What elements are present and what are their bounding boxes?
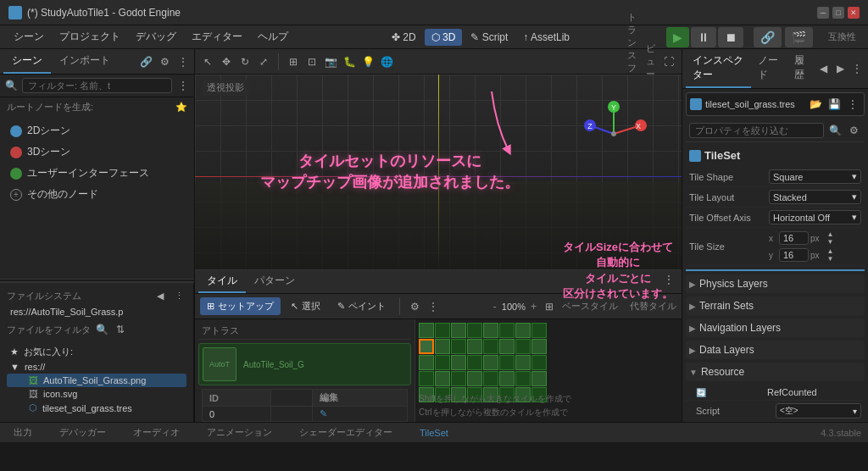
fs-icon-svg[interactable]: 🖼 icon.svg: [7, 387, 186, 401]
tile-cell[interactable]: [435, 355, 450, 370]
menu-project[interactable]: プロジェクト: [53, 27, 127, 47]
statusbar-audio[interactable]: オーディオ: [126, 424, 186, 441]
tile-cell[interactable]: [451, 323, 466, 338]
tab-tile[interactable]: タイル: [198, 270, 246, 293]
tile-cell[interactable]: [483, 339, 498, 354]
statusbar-output[interactable]: 出力: [7, 424, 39, 441]
vp-camera-icon[interactable]: 📷: [323, 54, 338, 69]
tile-cell[interactable]: [419, 323, 434, 338]
vp-fullscreen-icon[interactable]: ⛶: [661, 54, 676, 69]
mode-3d-button[interactable]: ⬡ 3D: [425, 29, 463, 46]
file-menu-icon[interactable]: ⋮: [845, 97, 860, 112]
vp-debug-icon[interactable]: 🐛: [342, 54, 357, 69]
tile-cell[interactable]: [435, 371, 450, 386]
zoom-plus-btn[interactable]: +: [531, 301, 537, 313]
tile-cell[interactable]: [467, 371, 482, 386]
fs-menu-icon[interactable]: ⋮: [171, 288, 186, 303]
tile-cell[interactable]: [499, 355, 515, 370]
fs-tileset-tres[interactable]: ⬡ tileset_soil_grass.tres: [7, 401, 186, 415]
viewport-3d[interactable]: 透視投影 タイルセットのリソースに マップチップ画像が追加されました。: [195, 75, 682, 269]
tile-cell[interactable]: [435, 339, 450, 354]
tile-cell[interactable]: [499, 371, 515, 386]
mode-2d-button[interactable]: ✤ 2D: [385, 29, 423, 46]
fs-res-root[interactable]: ▼ res://: [7, 360, 186, 374]
tile-cell[interactable]: [515, 371, 531, 386]
fs-autotile-png[interactable]: 🖼 AutoTile_Soil_Grass.png: [7, 374, 186, 387]
scene-filter-input[interactable]: [22, 78, 172, 93]
tile-cell[interactable]: [515, 355, 531, 370]
movie-mode-button[interactable]: 🎬: [785, 27, 813, 47]
scene-filter-menu-icon[interactable]: ⋮: [175, 78, 191, 93]
inspector-menu-icon[interactable]: ⋮: [849, 61, 865, 76]
fs-favorites[interactable]: ★ お気に入り:: [7, 344, 186, 360]
setup-button[interactable]: ⊞ セットアップ: [200, 297, 281, 315]
size-x-down-icon[interactable]: ▼: [823, 238, 838, 246]
maximize-button[interactable]: □: [832, 7, 844, 19]
vp-snap-icon[interactable]: ⊡: [304, 54, 320, 69]
data-layers-header[interactable]: ▶ Data Layers: [686, 341, 865, 359]
prop-filter-icon[interactable]: ⚙: [846, 123, 861, 138]
tab-scene[interactable]: シーン: [3, 49, 51, 74]
tile-cell[interactable]: [499, 339, 515, 354]
tile-cell[interactable]: [467, 339, 482, 354]
scene-search-icon[interactable]: 🔍: [3, 78, 19, 93]
tile-cell[interactable]: [419, 355, 434, 370]
minimize-button[interactable]: ─: [817, 7, 829, 19]
tile-cell[interactable]: [483, 371, 498, 386]
statusbar-tileset[interactable]: TileSet: [413, 426, 455, 440]
prop-search-icon[interactable]: 🔍: [827, 123, 843, 138]
zoom-minus-btn[interactable]: -: [493, 301, 497, 313]
statusbar-debugger[interactable]: デバッガー: [53, 424, 113, 441]
tile-size-x-input[interactable]: [779, 231, 809, 245]
file-load-icon[interactable]: 📂: [808, 97, 823, 112]
edit-btn[interactable]: ✎: [312, 407, 407, 422]
vp-light-icon[interactable]: 💡: [360, 54, 376, 69]
scene-menu-icon[interactable]: ⋮: [175, 54, 191, 69]
scene-node-2d[interactable]: 2Dシーン: [3, 120, 191, 141]
vp-move-icon[interactable]: ✥: [219, 54, 234, 69]
tile-cell[interactable]: [515, 323, 531, 338]
tile-cell[interactable]: [531, 371, 547, 386]
tile-cell[interactable]: [467, 323, 482, 338]
vp-select-icon[interactable]: ↖: [200, 54, 215, 69]
mode-assetlib-button[interactable]: ↑ AssetLib: [516, 29, 576, 46]
statusbar-animation[interactable]: アニメーション: [200, 424, 279, 441]
prop-dropdown-script[interactable]: <空> ▾: [776, 403, 861, 418]
tile-cell[interactable]: [531, 323, 547, 338]
property-search-input[interactable]: [689, 123, 824, 138]
tile-cell[interactable]: [531, 355, 547, 370]
tile-viewer[interactable]: Shiftを押しながら大きなタイルを作成で Ctrlを押しながら複数のタイルを作…: [415, 319, 682, 422]
resource-header[interactable]: ▼ Resource: [686, 363, 865, 381]
tile-cell[interactable]: [419, 371, 434, 386]
tile-cell[interactable]: [515, 339, 531, 354]
size-y-up-icon[interactable]: ▲: [823, 247, 838, 255]
grid-toggle-icon[interactable]: ⊞: [542, 299, 557, 314]
select-button[interactable]: ↖ 選択: [284, 297, 327, 315]
tab-history[interactable]: 履歴: [787, 49, 816, 88]
tile-cell[interactable]: [451, 355, 466, 370]
play-button[interactable]: ▶: [666, 27, 689, 47]
file-selector[interactable]: tileset_soil_grass.tres 📂 💾 ⋮: [686, 92, 865, 116]
window-controls[interactable]: ─ □ ✕: [817, 7, 860, 19]
tile-cell-selected[interactable]: [419, 339, 434, 354]
tileset-menu-icon[interactable]: ⋮: [426, 299, 441, 314]
stop-button[interactable]: ⏹: [718, 27, 743, 47]
tab-inspector[interactable]: インスペクター: [686, 49, 751, 88]
fs-search-icon[interactable]: 🔍: [94, 322, 109, 337]
menu-editor[interactable]: エディター: [185, 27, 249, 47]
menu-debug[interactable]: デバッグ: [129, 27, 183, 47]
tile-cell[interactable]: [467, 355, 482, 370]
physics-layers-header[interactable]: ▶ Physics Layers: [686, 274, 865, 293]
tile-size-y-input[interactable]: [779, 248, 809, 262]
remote-debug-button[interactable]: 🔗: [754, 27, 782, 47]
atlas-item[interactable]: AutoT AutoTile_Soil_G: [198, 343, 411, 385]
scene-node-3d[interactable]: 3Dシーン: [3, 141, 191, 163]
fs-sort-icon[interactable]: ⇅: [113, 322, 128, 337]
vp-env-icon[interactable]: 🌐: [379, 54, 394, 69]
vp-grid-icon[interactable]: ⊞: [286, 54, 301, 69]
tileset-settings-icon[interactable]: ⚙: [407, 299, 422, 314]
inspector-next-icon[interactable]: ▶: [832, 61, 848, 76]
tab-pattern[interactable]: パターン: [246, 270, 303, 293]
pause-button[interactable]: ⏸: [691, 27, 716, 47]
scene-node-ui[interactable]: ユーザーインターフェース: [3, 163, 191, 184]
